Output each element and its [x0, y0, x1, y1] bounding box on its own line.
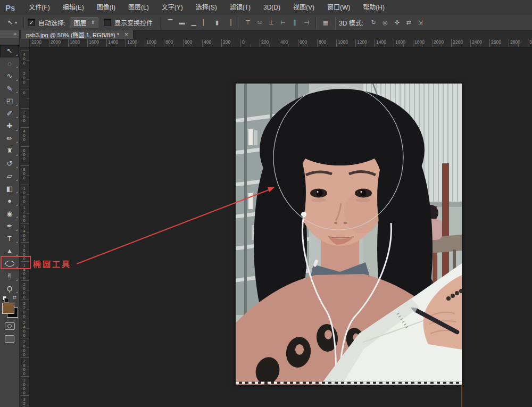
h-ruler-minor-tick [307, 44, 308, 47]
h-ruler-tick [49, 39, 49, 47]
tool-preset-picker[interactable]: ↖ ▾ [4, 18, 20, 27]
distribute-left-edges-icon[interactable]: ⊢ [277, 19, 289, 26]
distribute-right-edges-icon[interactable]: ⊣ [301, 19, 312, 26]
distribute-top-edges-icon[interactable]: ⊤ [242, 19, 254, 26]
h-ruler-label: 2600 [491, 39, 501, 45]
align-right-edges-icon[interactable]: ▕ [223, 19, 235, 26]
menu-item-window[interactable]: 窗口(W) [321, 0, 356, 15]
quick-mask-button[interactable] [0, 320, 19, 332]
menu-item-image[interactable]: 图像(I) [90, 0, 122, 15]
auto-align-layers-icon[interactable]: ▦ [320, 19, 331, 26]
h-ruler-label: 1400 [376, 39, 386, 45]
v-ruler-minor-tick [27, 309, 29, 310]
h-ruler-label: 1600 [395, 39, 405, 45]
v-ruler-minor-tick [27, 60, 29, 61]
menu-item-3d[interactable]: 3D(D) [257, 0, 287, 15]
quick-selection-tool-icon: ✎ [7, 85, 13, 93]
auto-select-target-dropdown[interactable]: 图层 ⇕ [70, 17, 98, 28]
h-ruler-tick [202, 39, 203, 47]
3d-rotate-icon[interactable]: ↻ [368, 19, 379, 26]
h-ruler-tick [145, 39, 145, 47]
v-ruler-minor-tick [27, 347, 29, 348]
h-ruler-tick [164, 39, 164, 47]
zoom-tool[interactable]: Ϙ [0, 283, 19, 295]
align-vertical-centers-icon[interactable]: ▬ [176, 19, 188, 26]
v-ruler-tick [21, 108, 29, 109]
menu-item-help[interactable]: 帮助(H) [356, 0, 391, 15]
v-ruler-label: 2400 [22, 320, 27, 337]
vertical-ruler[interactable]: 4002000200400600800100012001400160018002… [20, 47, 30, 407]
foreground-color-swatch[interactable] [2, 303, 14, 314]
align-bottom-edges-icon[interactable]: ▁ [188, 19, 200, 26]
menu-item-select[interactable]: 选择(S) [189, 0, 223, 15]
menu-item-layer[interactable]: 图层(L) [122, 0, 155, 15]
auto-select-checkbox[interactable]: ✓ [28, 19, 35, 26]
h-ruler-tick [528, 39, 528, 47]
distribute-bottom-edges-icon[interactable]: ⊥ [265, 19, 277, 26]
eyedropper-tool[interactable]: ✐ [0, 107, 19, 120]
v-ruler-label: 200 [22, 110, 27, 122]
healing-brush-tool[interactable]: ✚ [0, 120, 19, 132]
v-ruler-tick [21, 89, 29, 89]
h-ruler-minor-tick [250, 44, 251, 47]
v-ruler-tick [21, 51, 29, 51]
hand-tool[interactable]: ✌ [0, 270, 19, 283]
3d-pan-icon[interactable]: ✜ [391, 19, 403, 26]
brush-tool[interactable]: ✏ [0, 132, 19, 145]
default-colors-icon[interactable] [2, 296, 7, 301]
crop-tool[interactable]: ◰ [0, 95, 19, 107]
v-ruler-minor-tick [27, 367, 29, 367]
menu-item-type[interactable]: 文字(Y) [155, 0, 189, 15]
h-ruler-label: 2000 [51, 39, 61, 45]
align-left-edges-icon[interactable]: ▏ [200, 19, 211, 26]
h-ruler-label: 600 [185, 39, 192, 45]
ellipse-tool[interactable] [0, 258, 19, 270]
clone-stamp-tool[interactable]: ♜ [0, 145, 19, 157]
screen-mode-icon [5, 335, 14, 343]
toolbar-collapse-button[interactable]: » [0, 30, 19, 38]
pen-tool[interactable]: ✒ [0, 220, 19, 232]
menu-item-file[interactable]: 文件(F) [22, 0, 56, 15]
3d-roll-icon[interactable]: ◎ [379, 19, 391, 26]
distribute-horizontal-centers-icon[interactable]: ∥ [289, 19, 301, 26]
eraser-tool[interactable]: ▱ [0, 170, 19, 182]
path-selection-tool[interactable]: ▲ [0, 245, 19, 258]
h-ruler-label: 1800 [70, 39, 80, 45]
type-tool[interactable]: T [0, 232, 19, 245]
v-ruler-tick [21, 165, 29, 166]
show-transform-checkbox[interactable] [104, 19, 111, 26]
horizontal-ruler[interactable]: 2200200018001600140012001000800600400200… [20, 39, 532, 47]
menu-item-edit[interactable]: 编辑(E) [56, 0, 90, 15]
screen-mode-button[interactable] [0, 333, 19, 345]
move-tool[interactable]: ↖ [0, 45, 19, 57]
h-ruler-tick [336, 39, 337, 47]
document-image[interactable] [236, 84, 462, 385]
healing-brush-tool-icon: ✚ [7, 122, 13, 130]
annotation-label: 椭圆工具 [33, 258, 71, 269]
distribute-vertical-centers-icon[interactable]: ≍ [254, 19, 265, 26]
tab-close-icon[interactable]: × [124, 32, 128, 37]
menu-item-view[interactable]: 视图(V) [287, 0, 321, 15]
ruler-corner[interactable] [20, 39, 30, 47]
history-brush-tool[interactable]: ↺ [0, 157, 19, 170]
v-ruler-label: 2800 [22, 359, 27, 376]
v-ruler-minor-tick [27, 271, 29, 271]
3d-scale-icon[interactable]: ⇲ [414, 19, 426, 26]
lasso-tool[interactable]: ∿ [0, 70, 19, 82]
h-ruler-label: 400 [280, 39, 288, 45]
3d-slide-icon[interactable]: ⇄ [403, 19, 414, 26]
dodge-tool[interactable]: ◉ [0, 207, 19, 220]
align-horizontal-centers-icon[interactable]: ▮ [211, 19, 223, 26]
canvas-area[interactable] [29, 47, 532, 407]
v-ruler-tick [21, 223, 29, 223]
v-ruler-label: 1800 [22, 263, 27, 280]
gradient-tool[interactable]: ◧ [0, 182, 19, 195]
blur-tool[interactable]: ● [0, 195, 19, 207]
align-top-edges-icon[interactable]: ▔ [164, 19, 176, 26]
elliptical-marquee-tool[interactable]: ◌ [0, 57, 19, 70]
swap-colors-icon[interactable]: ⇄ [12, 295, 16, 300]
document-tab[interactable]: psb3.jpg @ 50% (椭圆 1, RGB/8#) * × [21, 30, 134, 39]
h-ruler-label: 1400 [108, 39, 118, 45]
quick-selection-tool[interactable]: ✎ [0, 82, 19, 95]
menu-item-filter[interactable]: 滤镜(T) [223, 0, 257, 15]
